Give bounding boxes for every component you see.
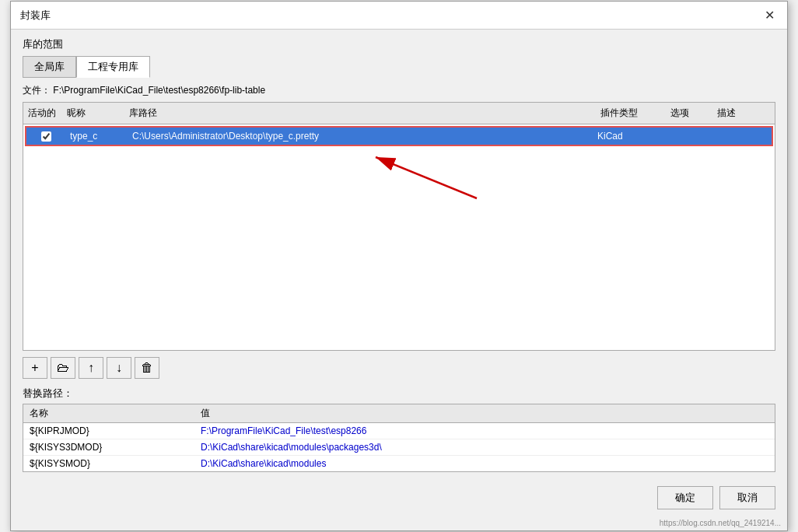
file-label: 文件： bbox=[23, 85, 51, 96]
watermark: https://blog.csdn.net/qq_2419214... bbox=[11, 519, 787, 530]
cell-active[interactable] bbox=[26, 128, 65, 145]
sub-name-2: ${KISYSMOD} bbox=[23, 456, 194, 471]
down-button[interactable]: ↓ bbox=[107, 357, 131, 379]
file-value: F:\ProgramFile\KiCad_File\test\esp8266\f… bbox=[53, 85, 265, 96]
sub-col-name: 名称 bbox=[23, 404, 194, 422]
scope-label: 库的范围 bbox=[23, 37, 775, 51]
delete-button[interactable]: 🗑 bbox=[135, 357, 159, 379]
table-header: 活动的 昵称 库路径 插件类型 选项 描述 bbox=[23, 103, 775, 124]
cancel-button[interactable]: 取消 bbox=[719, 486, 775, 509]
title-bar: 封装库 ✕ bbox=[11, 2, 787, 30]
red-arrow bbox=[23, 148, 775, 210]
sub-table-header: 名称 值 bbox=[23, 404, 775, 423]
substitution-section: 替换路径： 名称 值 ${KIPRJMOD} F:\ProgramFile\Ki… bbox=[23, 387, 775, 472]
cell-plugin: KiCad bbox=[593, 128, 663, 145]
tab-project[interactable]: 工程专用库 bbox=[76, 56, 150, 78]
dialog-title: 封装库 bbox=[20, 9, 51, 23]
sub-col-value: 值 bbox=[194, 404, 775, 422]
close-button[interactable]: ✕ bbox=[761, 8, 778, 23]
cell-description bbox=[709, 133, 772, 139]
confirm-button[interactable]: 确定 bbox=[657, 486, 713, 509]
toolbar: + 🗁 ↑ ↓ 🗑 bbox=[23, 351, 775, 383]
sub-row-2: ${KISYSMOD} D:\KiCad\share\kicad\modules bbox=[23, 456, 775, 471]
substitution-table: 名称 值 ${KIPRJMOD} F:\ProgramFile\KiCad_Fi… bbox=[23, 404, 775, 472]
sub-row-0: ${KIPRJMOD} F:\ProgramFile\KiCad_File\te… bbox=[23, 423, 775, 439]
library-table: 活动的 昵称 库路径 插件类型 选项 描述 type_c C:\Users\Ad… bbox=[23, 102, 775, 351]
sub-value-1: D:\KiCad\share\kicad\modules\packages3d\ bbox=[194, 439, 775, 455]
up-button[interactable]: ↑ bbox=[79, 357, 103, 379]
dialog-footer: 确定 取消 bbox=[11, 480, 787, 519]
col-plugin: 插件类型 bbox=[596, 105, 666, 121]
col-active: 活动的 bbox=[23, 105, 62, 121]
tab-global[interactable]: 全局库 bbox=[23, 56, 76, 78]
file-path-row: 文件： F:\ProgramFile\KiCad_File\test\esp82… bbox=[23, 84, 775, 97]
col-path: 库路径 bbox=[124, 105, 596, 121]
svg-line-1 bbox=[376, 157, 477, 198]
sub-name-1: ${KISYS3DMOD} bbox=[23, 439, 194, 455]
substitution-label: 替换路径： bbox=[23, 387, 775, 401]
arrow-annotation bbox=[23, 148, 775, 210]
sub-value-0: F:\ProgramFile\KiCad_File\test\esp8266 bbox=[194, 423, 775, 439]
add-button[interactable]: + bbox=[23, 357, 47, 379]
sub-row-1: ${KISYS3DMOD} D:\KiCad\share\kicad\modul… bbox=[23, 439, 775, 456]
sub-value-2: D:\KiCad\share\kicad\modules bbox=[194, 456, 775, 471]
open-button[interactable]: 🗁 bbox=[51, 357, 75, 379]
col-options: 选项 bbox=[666, 105, 712, 121]
active-checkbox[interactable] bbox=[41, 131, 51, 142]
col-nickname: 昵称 bbox=[62, 105, 124, 121]
table-row[interactable]: type_c C:\Users\Administrator\Desktop\ty… bbox=[25, 126, 773, 146]
sub-name-0: ${KIPRJMOD} bbox=[23, 423, 194, 439]
cell-nickname: type_c bbox=[65, 128, 128, 145]
cell-path: C:\Users\Administrator\Desktop\type_c.pr… bbox=[128, 128, 593, 145]
tabs-container: 全局库 工程专用库 bbox=[23, 56, 775, 78]
cell-options bbox=[663, 133, 709, 139]
col-description: 描述 bbox=[712, 105, 775, 121]
